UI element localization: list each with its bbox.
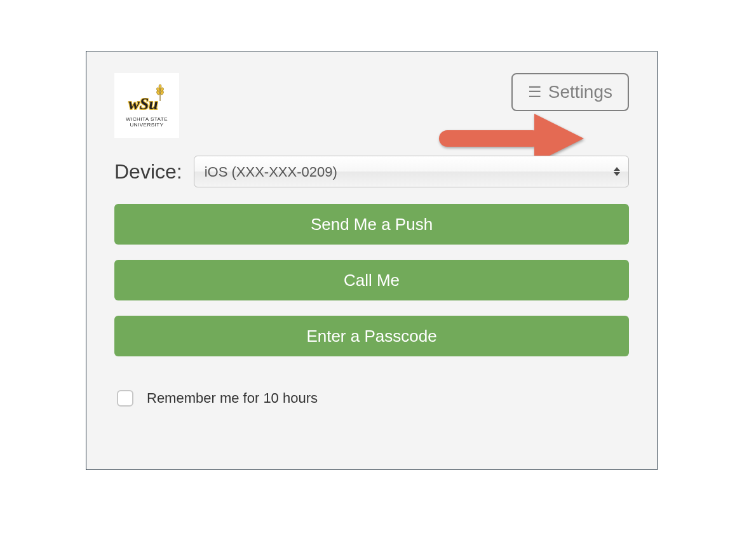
device-select[interactable]: iOS (XXX-XXX-0209) (194, 156, 629, 187)
device-select-wrap: iOS (XXX-XXX-0209) (194, 156, 629, 187)
logo-subtext-line2: UNIVERSITY (126, 122, 168, 128)
logo-wordmark: wSu (128, 96, 158, 112)
org-logo: wSu (114, 73, 179, 138)
enter-passcode-button[interactable]: Enter a Passcode (114, 316, 629, 356)
logo-subtext-line1: WICHITA STATE (126, 116, 168, 122)
duo-auth-panel: wSu (86, 51, 658, 470)
header-row: wSu (114, 73, 629, 143)
remember-checkbox[interactable] (117, 390, 133, 407)
logo-subtext: WICHITA STATE UNIVERSITY (126, 116, 168, 128)
wheat-icon (155, 83, 165, 104)
settings-label: Settings (548, 82, 612, 102)
remember-row: Remember me for 10 hours (114, 388, 629, 408)
device-row: Device: iOS (XXX-XXX-0209) (114, 156, 629, 187)
send-push-button[interactable]: Send Me a Push (114, 204, 629, 245)
remember-label[interactable]: Remember me for 10 hours (147, 390, 318, 407)
call-me-button[interactable]: Call Me (114, 260, 629, 300)
svg-point-4 (159, 84, 161, 88)
hamburger-icon: ☰ (528, 84, 542, 100)
device-label: Device: (114, 160, 182, 184)
settings-button[interactable]: ☰ Settings (511, 73, 629, 111)
